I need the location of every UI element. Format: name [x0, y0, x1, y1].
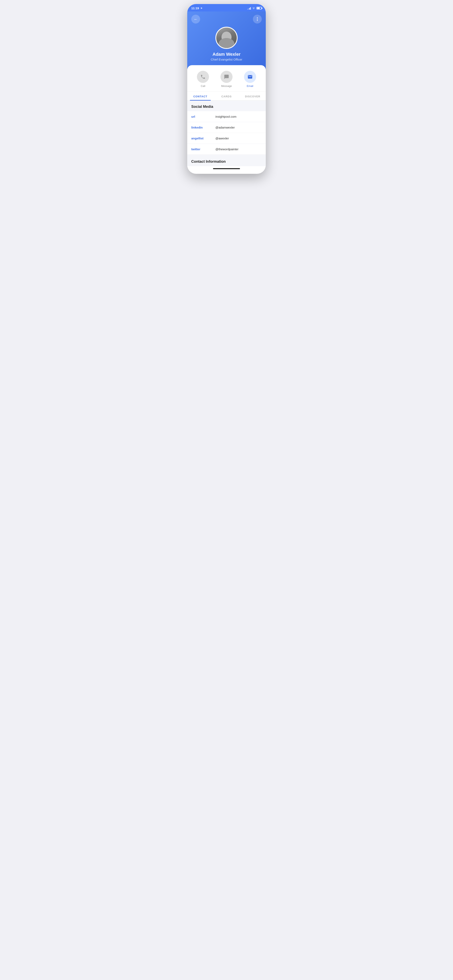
- battery-icon: [257, 7, 262, 10]
- more-options-button[interactable]: [253, 15, 262, 24]
- tab-cards[interactable]: CARDS: [214, 92, 239, 100]
- action-buttons: Call Message Email: [187, 65, 266, 92]
- tab-discover[interactable]: DISCOVER: [239, 92, 266, 100]
- battery-fill: [257, 8, 260, 9]
- status-left: 11:19 ➤: [191, 6, 203, 10]
- url-label: url: [191, 115, 211, 118]
- contact-title: Chief Evangelist Officer: [211, 58, 242, 61]
- email-label: Email: [247, 84, 253, 88]
- card-section: Call Message Email: [187, 65, 266, 172]
- call-label: Call: [201, 84, 205, 88]
- tab-contact[interactable]: CONTACT: [187, 92, 214, 100]
- angellist-row[interactable]: angellist @awexler: [187, 133, 266, 144]
- twitter-value: @thewordpainter: [215, 148, 262, 151]
- url-value: insightpool.com: [215, 115, 262, 118]
- status-bar: 11:19 ➤: [187, 4, 266, 11]
- header-section: ← Adam Wexler Chief Evangelist Officer: [187, 11, 266, 69]
- email-circle: [244, 71, 256, 83]
- signal-bar-3: [249, 8, 250, 10]
- contact-name: Adam Wexler: [213, 52, 241, 57]
- contact-info-section-header: Contact Information: [187, 155, 266, 166]
- three-dots-icon: [257, 17, 258, 21]
- angellist-value: @awexler: [215, 137, 262, 140]
- home-bar: [213, 168, 240, 169]
- twitter-label: twitter: [191, 148, 211, 151]
- signal-bars: [247, 7, 251, 10]
- status-right: [247, 6, 262, 10]
- url-row[interactable]: url insightpool.com: [187, 111, 266, 122]
- linkedin-value: @adamwexler: [215, 126, 262, 129]
- phone-container: 11:19 ➤ ←: [187, 4, 266, 174]
- status-time: 11:19: [191, 6, 199, 10]
- tabs-bar: CONTACT CARDS DISCOVER: [187, 92, 266, 100]
- content-area: Social Media url insightpool.com linkedi…: [187, 100, 266, 166]
- wifi-icon: [252, 6, 255, 10]
- avatar-image: [216, 27, 237, 48]
- message-action[interactable]: Message: [220, 71, 233, 88]
- signal-bar-4: [250, 7, 251, 10]
- header-actions: ←: [191, 15, 262, 24]
- call-action[interactable]: Call: [197, 71, 209, 88]
- angellist-label: angellist: [191, 137, 211, 140]
- social-media-section-header: Social Media: [187, 100, 266, 111]
- back-button[interactable]: ←: [191, 15, 200, 24]
- twitter-row[interactable]: twitter @thewordpainter: [187, 144, 266, 155]
- call-circle: [197, 71, 209, 83]
- message-circle: [220, 71, 233, 83]
- message-label: Message: [221, 84, 232, 88]
- linkedin-row[interactable]: linkedin @adamwexler: [187, 122, 266, 133]
- email-action[interactable]: Email: [244, 71, 256, 88]
- back-arrow-icon: ←: [194, 17, 198, 22]
- home-indicator: [187, 166, 266, 172]
- linkedin-label: linkedin: [191, 126, 211, 129]
- signal-bar-1: [247, 9, 248, 10]
- signal-bar-2: [248, 8, 249, 10]
- navigation-icon: ➤: [201, 7, 203, 10]
- avatar: [215, 27, 238, 49]
